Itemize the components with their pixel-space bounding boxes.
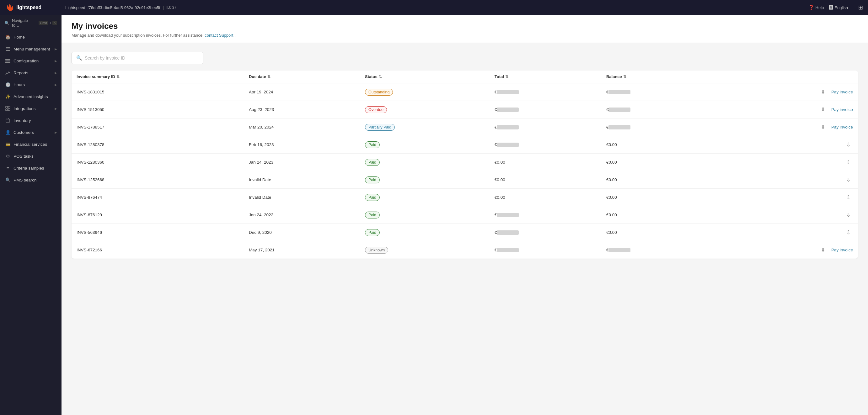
sidebar-label-pms-search: PMS search — [13, 178, 37, 182]
layout: 🔍 Navigate to… Cmd + K 🏠 Home Menu manag… — [0, 15, 868, 415]
sidebar-item-customers[interactable]: 👤 Customers ▶ — [0, 126, 62, 138]
sort-icon: ⇅ — [117, 75, 120, 79]
status-badge: Paid — [365, 194, 380, 201]
sidebar-item-home[interactable]: 🏠 Home — [0, 31, 62, 43]
sidebar-item-financial-services[interactable]: 💳 Financial services — [0, 138, 62, 150]
sidebar-item-pms-search[interactable]: 🔍 PMS search — [0, 174, 62, 186]
actions-cell: ⇩Pay invoice — [713, 241, 858, 259]
redacted-value — [497, 248, 519, 252]
redacted-value — [497, 107, 519, 112]
table-row: INVS-1280360Jan 24, 2023Paid€0.00€0.00⇩ — [71, 153, 858, 171]
sidebar-item-menu-management[interactable]: Menu management ▶ — [0, 43, 62, 55]
total-cell: € — [490, 118, 601, 136]
balance-cell: € — [601, 101, 713, 118]
sidebar-label-customers: Customers — [13, 130, 34, 135]
invoice-id-cell: INVS-1252668 — [71, 171, 244, 189]
sidebar-label-menu-management: Menu management — [13, 47, 50, 51]
customers-icon: 👤 — [5, 130, 10, 135]
sidebar-item-reports[interactable]: Reports ▶ — [0, 67, 62, 79]
balance-cell: €0.00 — [601, 136, 713, 153]
download-button[interactable]: ⇩ — [844, 158, 853, 167]
due-date-cell: Invalid Date — [244, 189, 360, 206]
redacted-value — [497, 230, 519, 235]
sort-status[interactable]: Status ⇅ — [365, 74, 382, 79]
download-button[interactable]: ⇩ — [818, 88, 828, 96]
sidebar-item-integrations[interactable]: Integrations ▶ — [0, 103, 62, 114]
actions-cell: ⇩ — [713, 171, 858, 189]
search-icon: 🔍 — [4, 21, 9, 25]
kbd-cmd: Cmd — [39, 21, 48, 25]
sort-total[interactable]: Total ⇅ — [495, 74, 508, 79]
download-icon: ⇩ — [846, 177, 850, 182]
balance-cell: €0.00 — [601, 206, 713, 224]
total-cell: € — [490, 206, 601, 224]
download-button[interactable]: ⇩ — [818, 246, 828, 254]
sidebar-item-configuration[interactable]: Configuration ▶ — [0, 55, 62, 67]
svg-rect-9 — [8, 109, 10, 111]
svg-rect-8 — [6, 109, 7, 111]
insights-icon: ✨ — [5, 94, 10, 99]
sidebar-label-configuration: Configuration — [13, 59, 39, 63]
download-icon: ⇩ — [846, 195, 850, 200]
balance-cell: € — [601, 83, 713, 101]
total-cell: € — [490, 136, 601, 153]
total-cell: € — [490, 241, 601, 259]
download-button[interactable]: ⇩ — [818, 105, 828, 114]
download-button[interactable]: ⇩ — [844, 211, 853, 219]
table-row: INVS-1280378Feb 16, 2023Paid€€0.00⇩ — [71, 136, 858, 153]
chevron-right-icon: ▶ — [55, 71, 57, 75]
redacted-value — [609, 107, 630, 112]
pay-invoice-link[interactable]: Pay invoice — [831, 90, 853, 94]
actions-cell: ⇩ — [713, 136, 858, 153]
download-button[interactable]: ⇩ — [844, 228, 853, 237]
download-button[interactable]: ⇩ — [844, 176, 853, 184]
download-icon: ⇩ — [821, 247, 825, 253]
table-row: INVS-672166May 17, 2021Unknown€€⇩Pay inv… — [71, 241, 858, 259]
apps-button[interactable]: ⊞ — [858, 4, 863, 11]
invoice-id-cell: INVS-1788517 — [71, 118, 244, 136]
col-header-actions — [713, 71, 858, 83]
language-selector[interactable]: 🅰 English — [829, 5, 848, 10]
search-wrapper: 🔍 — [71, 52, 858, 64]
help-button[interactable]: ❓ Help — [808, 5, 824, 10]
balance-cell: €0.00 — [601, 224, 713, 241]
inventory-icon — [5, 118, 10, 123]
topbar-divider — [853, 4, 853, 11]
sort-due-date[interactable]: Due date ⇅ — [249, 74, 271, 79]
navigate-to-button[interactable]: 🔍 Navigate to… Cmd + K — [0, 15, 62, 31]
sort-invoice-id[interactable]: Invoice summary ID ⇅ — [76, 74, 120, 79]
sidebar-item-pos-tasks[interactable]: ⚙ POS tasks — [0, 150, 62, 162]
table-row: INVS-1788517Mar 20, 2024Partially Paid€€… — [71, 118, 858, 136]
table-row: INVS-563946Dec 9, 2020Paid€€0.00⇩ — [71, 224, 858, 241]
due-date-cell: Aug 23, 2023 — [244, 101, 360, 118]
status-cell: Paid — [360, 136, 490, 153]
redacted-value — [609, 125, 630, 130]
col-header-due-date: Due date ⇅ — [244, 71, 360, 83]
pay-invoice-link[interactable]: Pay invoice — [831, 107, 853, 112]
pay-invoice-link[interactable]: Pay invoice — [831, 248, 853, 252]
pay-invoice-link[interactable]: Pay invoice — [831, 125, 853, 130]
main-content: My invoices Manage and download your sub… — [62, 15, 868, 415]
total-cell: €0.00 — [490, 189, 601, 206]
sidebar-item-criteria-samples[interactable]: ≡ Criteria samples — [0, 162, 62, 174]
status-badge: Paid — [365, 141, 380, 148]
col-header-invoice-id: Invoice summary ID ⇅ — [71, 71, 244, 83]
due-date-cell: May 17, 2021 — [244, 241, 360, 259]
sidebar-item-hours[interactable]: 🕐 Hours ▶ — [0, 79, 62, 91]
actions-cell: ⇩ — [713, 189, 858, 206]
status-badge: Paid — [365, 229, 380, 236]
download-icon: ⇩ — [846, 142, 850, 147]
financial-icon: 💳 — [5, 142, 10, 147]
sidebar-item-advanced-insights[interactable]: ✨ Advanced insights — [0, 91, 62, 103]
sort-balance[interactable]: Balance ⇅ — [606, 74, 626, 79]
sidebar-item-inventory[interactable]: Inventory — [0, 114, 62, 126]
invoice-id-cell: INVS-876129 — [71, 206, 244, 224]
download-button[interactable]: ⇩ — [844, 140, 853, 149]
download-button[interactable]: ⇩ — [818, 123, 828, 131]
status-badge: Unknown — [365, 247, 388, 253]
invoice-id-cell: INVS-672166 — [71, 241, 244, 259]
sidebar-label-reports: Reports — [13, 71, 28, 75]
download-button[interactable]: ⇩ — [844, 193, 853, 202]
search-input[interactable] — [85, 56, 199, 61]
support-link[interactable]: contact Support — [205, 33, 233, 38]
